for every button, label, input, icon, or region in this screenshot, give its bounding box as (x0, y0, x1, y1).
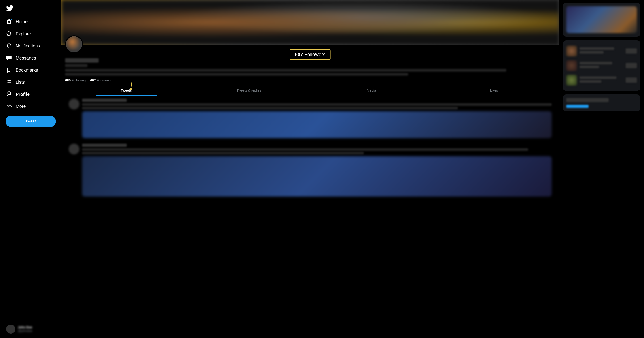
profile-banner (62, 0, 559, 45)
sidebar-user-info: John Doe @johndoe (18, 325, 49, 333)
right-text-line (580, 51, 604, 54)
right-list-item[interactable] (566, 59, 637, 73)
tweet-meta (82, 99, 127, 102)
profile-avatar-row (65, 42, 555, 60)
sidebar-user-name: John Doe (18, 325, 49, 329)
tweet-image (82, 111, 552, 138)
followers-stat[interactable]: 607 Followers (90, 78, 111, 82)
tweet-text-1 (82, 148, 528, 151)
profile-handle-blurred (65, 64, 88, 67)
bio-line-1 (65, 69, 506, 72)
tweet-text-2 (82, 152, 364, 154)
sidebar-item-bookmarks[interactable]: Bookmarks (3, 65, 58, 76)
right-sidebar (559, 0, 644, 338)
right-section-2 (562, 40, 640, 91)
tweet-body (82, 99, 552, 138)
sidebar-more-dots[interactable]: ··· (52, 327, 55, 331)
sidebar-item-profile[interactable]: Profile (3, 89, 58, 100)
tweet-avatar (69, 144, 80, 154)
sidebar-user-handle: @johndoe (18, 329, 49, 333)
profile-name-blurred (65, 58, 98, 63)
tweets-list (65, 96, 555, 199)
sidebar-item-home-label: Home (16, 19, 28, 25)
tab-tweets-replies[interactable]: Tweets & replies (188, 85, 310, 96)
right-count (626, 78, 637, 83)
tab-media[interactable]: Media (310, 85, 433, 96)
profile-info (65, 58, 555, 67)
right-text (580, 47, 623, 55)
sidebar-item-messages[interactable]: Messages (3, 52, 58, 64)
right-thumb (566, 46, 577, 56)
sidebar-item-profile-label: Profile (16, 92, 30, 97)
sidebar-item-home[interactable]: Home (3, 16, 58, 27)
tab-tweets[interactable]: Tweets (65, 85, 188, 96)
notifications-icon (6, 43, 12, 49)
right-text-line (580, 47, 614, 50)
profile-content: 607 Followers 685 Following 607 Follower… (62, 42, 559, 199)
tweet-meta (82, 144, 127, 147)
explore-icon (6, 31, 12, 37)
right-count (626, 63, 637, 68)
right-section-1 (562, 3, 640, 37)
right-link[interactable] (566, 105, 588, 108)
right-text-line (580, 62, 612, 65)
right-count (626, 48, 637, 54)
right-thumb (566, 60, 577, 71)
profile-icon (6, 91, 12, 97)
bookmarks-icon (6, 67, 12, 73)
tweet-avatar (69, 99, 80, 110)
sidebar-item-bookmarks-label: Bookmarks (16, 68, 38, 73)
main-content: 607 Followers 685 Following 607 Follower… (62, 0, 559, 338)
sidebar: Home Explore Notifications Messages (0, 0, 62, 338)
profile-bio (65, 69, 555, 76)
right-text (580, 62, 623, 69)
right-text-line (580, 76, 616, 79)
right-text-line (580, 66, 599, 68)
sidebar-item-more-label: More (16, 104, 26, 109)
right-text-line (580, 80, 601, 83)
messages-icon (6, 55, 12, 61)
sidebar-item-notifications-label: Notifications (16, 44, 40, 49)
tweet-image (82, 156, 552, 197)
bio-line-2 (65, 73, 408, 76)
tab-likes[interactable]: Likes (433, 85, 555, 96)
sidebar-user-profile[interactable]: John Doe @johndoe ··· (3, 322, 58, 336)
more-icon (6, 103, 12, 109)
following-stat[interactable]: 685 Following (65, 78, 86, 82)
right-thumb-large (566, 6, 637, 33)
following-label: Following (72, 78, 86, 82)
right-list-item[interactable] (566, 73, 637, 87)
sidebar-item-explore[interactable]: Explore (3, 28, 58, 39)
sidebar-item-messages-label: Messages (16, 56, 36, 61)
followers-label: Followers (96, 78, 111, 82)
sidebar-item-more[interactable]: More (3, 101, 58, 112)
tweet-button[interactable]: Tweet (6, 116, 56, 127)
sidebar-item-explore-label: Explore (16, 31, 31, 37)
followers-count: 607 (90, 78, 96, 82)
tweet-item (65, 96, 555, 141)
right-thumb (566, 75, 577, 86)
right-section-3 (562, 95, 640, 112)
tweet-body (82, 144, 552, 197)
twitter-logo[interactable] (3, 2, 58, 15)
profile-avatar (65, 35, 83, 53)
sidebar-avatar (6, 324, 15, 333)
tweet-item (65, 141, 555, 199)
home-icon (6, 19, 12, 25)
right-text (580, 76, 623, 84)
follow-stats: 685 Following 607 Followers (65, 78, 555, 82)
lists-icon (6, 79, 12, 85)
tweet-text-1 (82, 103, 552, 106)
profile-tabs: Tweets Tweets & replies Media Likes (62, 85, 559, 96)
sidebar-item-notifications[interactable]: Notifications (3, 40, 58, 52)
right-section-title (566, 98, 609, 102)
sidebar-item-lists-label: Lists (16, 80, 25, 85)
follow-stats-wrapper: 607 Followers 685 Following 607 Follower… (65, 78, 555, 82)
following-count: 685 (65, 78, 71, 82)
tweet-text-2 (82, 107, 458, 110)
sidebar-item-lists[interactable]: Lists (3, 77, 58, 88)
right-list-item[interactable] (566, 44, 637, 59)
